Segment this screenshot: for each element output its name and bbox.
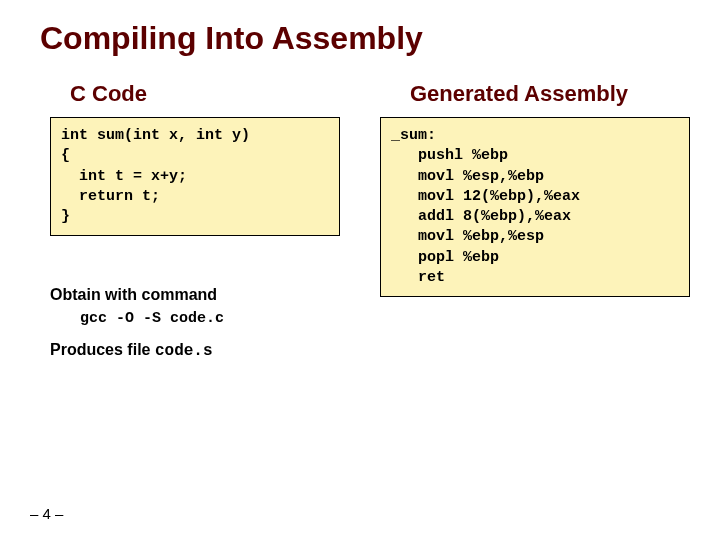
- produces-label: Produces file code.s: [50, 341, 340, 360]
- left-column: C Code int sum(int x, int y) { int t = x…: [50, 81, 340, 360]
- produces-prefix: Produces file: [50, 341, 155, 358]
- c-code-box: int sum(int x, int y) { int t = x+y; ret…: [50, 117, 340, 236]
- c-code-header: C Code: [70, 81, 340, 107]
- produces-filename: code.s: [155, 342, 213, 360]
- slide-title: Compiling Into Assembly: [40, 20, 690, 57]
- page-number: – 4 –: [30, 505, 63, 522]
- obtain-label: Obtain with command: [50, 286, 340, 304]
- assembly-header: Generated Assembly: [410, 81, 690, 107]
- right-column: Generated Assembly _sum: pushl %ebp movl…: [380, 81, 690, 360]
- gcc-command: gcc -O -S code.c: [80, 310, 340, 327]
- assembly-code-box: _sum: pushl %ebp movl %esp,%ebp movl 12(…: [380, 117, 690, 297]
- content-columns: C Code int sum(int x, int y) { int t = x…: [30, 81, 690, 360]
